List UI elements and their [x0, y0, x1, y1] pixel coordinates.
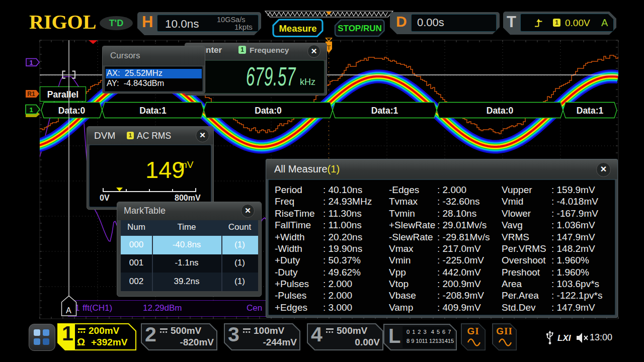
svg-text:Data:1: Data:1: [371, 106, 398, 116]
svg-text:STOP/RUN: STOP/RUN: [338, 24, 382, 33]
svg-text:Data:0: Data:0: [255, 106, 282, 116]
svg-text:A: A: [66, 306, 71, 315]
svg-text:LXI: LXI: [557, 333, 572, 343]
svg-text:800mV: 800mV: [175, 194, 201, 202]
svg-text:Data:1: Data:1: [139, 106, 167, 116]
svg-text:Parallel: Parallel: [47, 89, 78, 100]
svg-text:0V: 0V: [100, 194, 110, 202]
svg-text:1: 1: [29, 106, 33, 114]
svg-text:Data:0: Data:0: [58, 106, 86, 116]
svg-text:R1: R1: [27, 90, 35, 98]
svg-text:Data:1: Data:1: [577, 106, 604, 116]
svg-text:1: 1: [30, 59, 33, 66]
svg-text:Measure: Measure: [279, 23, 316, 34]
svg-text:T: T: [327, 44, 331, 51]
svg-text:Data:0: Data:0: [487, 106, 514, 116]
